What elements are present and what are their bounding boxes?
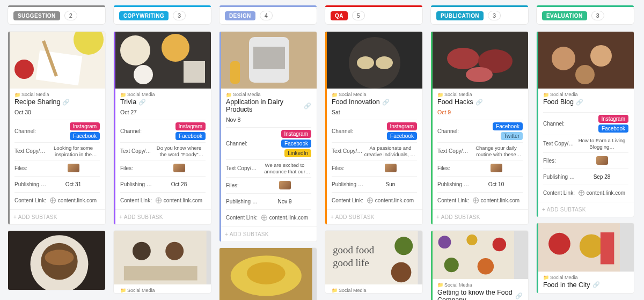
add-subtask-button[interactable]: + ADD SUBTASK: [8, 209, 105, 224]
globe-icon: [367, 197, 373, 203]
task-card[interactable]: 📁Social Media Food Blog🔗 Channel: Instag…: [536, 31, 634, 217]
add-subtask-button[interactable]: + ADD SUBTASK: [431, 209, 528, 224]
text-copy-value: How to Earn a Living Blogging…: [575, 137, 628, 150]
add-subtask-button[interactable]: + ADD SUBTASK: [114, 209, 211, 224]
publishing-date-value: Sun: [364, 181, 417, 187]
card-image: [537, 223, 634, 272]
channel-chip-instagram: Instagram: [281, 130, 311, 138]
add-subtask-button[interactable]: + ADD SUBTASK: [219, 226, 317, 242]
svg-point-1: [14, 60, 34, 79]
field-label-publishing: Publishing D…: [543, 174, 575, 180]
field-label-publishing: Publishing D…: [14, 181, 47, 187]
globe-icon: [473, 197, 479, 203]
task-card[interactable]: 📁Social Media Food in the City🔗: [536, 223, 634, 294]
svg-point-41: [493, 237, 506, 251]
column-badge: EVALUATION: [542, 11, 587, 20]
globe-icon: [156, 197, 162, 203]
svg-point-46: [590, 45, 612, 67]
svg-point-28: [376, 56, 393, 69]
channel-chip-instagram: Instagram: [598, 115, 628, 123]
card-title: Application in Dairy Products🔗: [226, 98, 311, 113]
card-category: 📁Social Media: [543, 92, 628, 97]
column-header[interactable]: DESIGN 4: [219, 6, 317, 25]
file-thumbnail[interactable]: [596, 156, 608, 165]
content-link-value[interactable]: content.link.com: [156, 197, 202, 203]
add-subtask-button[interactable]: + ADD SUBTASK: [537, 202, 634, 217]
field-label-files: Files:: [543, 158, 575, 164]
svg-point-16: [165, 242, 184, 260]
publishing-date-value: Oct 10: [470, 181, 523, 187]
channel-chip-facebook: Facebook: [175, 132, 206, 140]
task-card[interactable]: 📁Social Media: [219, 247, 317, 300]
column-header[interactable]: SUGGESTION 2: [8, 6, 106, 25]
content-link-value[interactable]: content.link.com: [50, 197, 97, 203]
card-title: Recipe Sharing🔗: [14, 98, 100, 106]
content-link-value[interactable]: content.link.com: [473, 197, 519, 203]
publishing-date-value: Oct 31: [47, 181, 100, 187]
channel-chip-instagram: Instagram: [70, 122, 100, 130]
task-card[interactable]: 📁Social Media Food Hacks🔗 Oct 9 Channel:…: [430, 31, 529, 225]
column-badge: DESIGN: [225, 11, 255, 20]
card-image: [8, 32, 105, 89]
task-card[interactable]: good foodgood life 📁Social Media: [325, 230, 423, 294]
field-label-files: Files:: [437, 165, 470, 171]
svg-point-24: [247, 262, 286, 284]
svg-point-47: [575, 65, 595, 84]
card-date: Sat: [332, 109, 417, 120]
content-link-value[interactable]: content.link.com: [367, 197, 414, 203]
card-image: [219, 248, 317, 300]
link-icon: 🔗: [382, 99, 390, 106]
card-title: Getting to know the Food Company🔗: [437, 289, 523, 300]
channel-chip-instagram: Instagram: [387, 122, 417, 130]
task-card[interactable]: 📁Social Media Getting to know the Food C…: [430, 230, 529, 300]
svg-point-35: [447, 48, 479, 69]
field-label-files: Files:: [14, 165, 47, 171]
link-icon: 🔗: [304, 103, 311, 109]
field-label-files: Files:: [332, 165, 364, 171]
field-label-channel: Channel:: [120, 128, 152, 134]
column-header[interactable]: COPYWRITING 3: [113, 6, 211, 25]
field-label-content-link: Content Link:: [226, 215, 258, 221]
svg-point-13: [134, 65, 153, 84]
content-link-value[interactable]: content.link.com: [261, 215, 308, 221]
field-label-channel: Channel:: [437, 128, 470, 134]
column-badge: COPYWRITING: [119, 11, 169, 20]
column-header[interactable]: PUBLICATION 3: [430, 6, 529, 25]
column-qa: QA 5 📁Social Media Food Innovation🔗 Sat …: [325, 6, 423, 300]
card-image: [325, 32, 422, 89]
add-subtask-button[interactable]: + ADD SUBTASK: [325, 209, 422, 224]
publishing-date-value: Nov 9: [258, 199, 311, 204]
file-thumbnail[interactable]: [173, 164, 185, 172]
card-image: [8, 231, 105, 290]
content-link-value[interactable]: content.link.com: [579, 190, 625, 196]
channel-chip-instagram: Instagram: [175, 122, 206, 130]
file-thumbnail[interactable]: [68, 164, 79, 172]
field-label-files: Files:: [120, 165, 152, 171]
svg-point-37: [466, 67, 493, 82]
task-card[interactable]: 📁Social Media: [113, 230, 211, 294]
svg-point-45: [552, 47, 575, 70]
field-label-text-copy: Text Copy/ C…: [332, 148, 364, 154]
column-header[interactable]: QA 5: [325, 6, 423, 25]
svg-point-32: [394, 237, 413, 255]
field-label-publishing: Publishing D…: [332, 181, 364, 187]
link-icon: 🔗: [475, 99, 483, 106]
column-publication: PUBLICATION 3 📁Social Media Food Hacks🔗 …: [430, 6, 529, 300]
svg-rect-17: [124, 266, 197, 280]
field-label-publishing: Publishing D…: [437, 181, 470, 187]
link-icon: 🔗: [138, 99, 146, 106]
text-copy-value: As passionate and creative individuals, …: [364, 145, 417, 158]
field-label-files: Files:: [226, 182, 258, 188]
file-thumbnail[interactable]: [385, 164, 397, 172]
column-header[interactable]: EVALUATION 3: [536, 6, 634, 25]
task-card[interactable]: 📁Social Media Trivia🔗 Oct 27 Channel: In…: [113, 31, 211, 225]
file-thumbnail[interactable]: [491, 164, 502, 172]
file-thumbnail[interactable]: [279, 181, 291, 189]
field-label-content-link: Content Link:: [332, 197, 364, 203]
task-card[interactable]: [8, 230, 106, 290]
task-card[interactable]: 📁Social Media Recipe Sharing🔗 Oct 30 Cha…: [8, 31, 106, 225]
svg-point-15: [133, 242, 151, 260]
column-design: DESIGN 4 📁Social Media Application in Da…: [219, 6, 317, 300]
task-card[interactable]: 📁Social Media Food Innovation🔗 Sat Chann…: [325, 31, 423, 225]
task-card[interactable]: 📁Social Media Application in Dairy Produ…: [219, 31, 317, 242]
